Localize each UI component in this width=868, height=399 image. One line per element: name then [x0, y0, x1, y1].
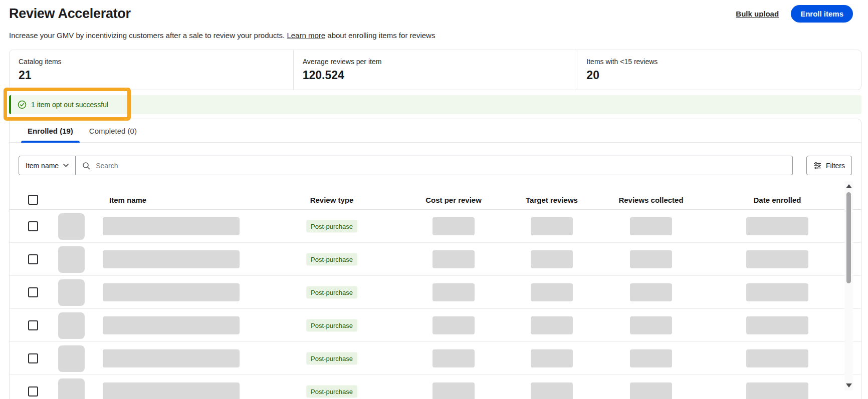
table-row: Post-purchase [10, 276, 861, 309]
tab-enrolled[interactable]: Enrolled (19) [20, 119, 81, 142]
stat-value: 21 [19, 69, 284, 82]
filters-button-label: Filters [826, 162, 845, 170]
date-enrolled-placeholder [746, 250, 808, 268]
page-title: Review Accelerator [9, 6, 131, 22]
date-enrolled-placeholder [746, 217, 808, 235]
row-checkbox[interactable] [28, 254, 38, 264]
header-actions: Bulk upload Enroll items [736, 5, 853, 23]
stat-label: Catalog items [19, 58, 284, 66]
review-type-badge: Post-purchase [306, 385, 357, 397]
review-type-badge: Post-purchase [306, 220, 357, 232]
table-row: Post-purchase [10, 375, 861, 399]
table-row: Post-purchase [10, 243, 861, 276]
page-header: Review Accelerator Bulk upload Enroll it… [9, 5, 853, 23]
stat-catalog-items: Catalog items 21 [10, 50, 293, 90]
subtitle-text: Increase your GMV by incentivizing custo… [9, 31, 287, 40]
reviews-collected-placeholder [630, 250, 672, 268]
stat-label: Average reviews per item [303, 58, 568, 66]
filter-icon [813, 162, 821, 169]
date-enrolled-placeholder [746, 349, 808, 367]
reviews-collected-placeholder [630, 382, 672, 399]
date-enrolled-placeholder [746, 283, 808, 301]
search-box [76, 156, 793, 175]
item-image-placeholder [58, 213, 85, 240]
check-circle-icon [18, 100, 27, 109]
item-name-placeholder [103, 250, 240, 268]
item-name-placeholder [103, 349, 240, 367]
search-column-selector-label: Item name [26, 162, 59, 170]
item-name-placeholder [103, 283, 240, 301]
item-image-placeholder [58, 246, 85, 273]
cost-per-review-placeholder [432, 316, 475, 334]
column-header-target-reviews: Target reviews [526, 195, 578, 204]
table-row: Post-purchase [10, 210, 861, 243]
item-image-placeholder [58, 312, 85, 339]
item-name-placeholder [103, 217, 240, 235]
table-row: Post-purchase [10, 309, 861, 342]
cost-per-review-placeholder [432, 349, 475, 367]
column-header-cost-per-review: Cost per review [425, 195, 482, 204]
target-reviews-placeholder [531, 250, 573, 268]
item-name-placeholder [103, 382, 240, 399]
search-input[interactable] [95, 161, 786, 170]
table-header: Item name Review type Cost per review Ta… [10, 190, 861, 210]
stats-card: Catalog items 21 Average reviews per ite… [9, 50, 861, 90]
review-type-badge: Post-purchase [306, 352, 357, 364]
scrollbar-thumb[interactable] [846, 192, 851, 283]
row-checkbox[interactable] [28, 353, 38, 363]
table-row: Post-purchase [10, 342, 861, 375]
reviews-collected-placeholder [630, 316, 672, 334]
column-header-review-type: Review type [310, 195, 354, 204]
stat-value: 20 [586, 69, 852, 82]
column-header-date-enrolled: Date enrolled [753, 195, 801, 204]
success-toast: 1 item opt out successful [9, 95, 861, 114]
select-all-checkbox[interactable] [28, 195, 38, 205]
target-reviews-placeholder [531, 316, 573, 334]
subtitle-text-suffix: about enrolling items for reviews [325, 31, 435, 40]
item-image-placeholder [58, 345, 85, 372]
row-checkbox[interactable] [28, 320, 38, 330]
row-checkbox[interactable] [28, 386, 38, 396]
review-type-badge: Post-purchase [306, 286, 357, 298]
page-subtitle: Increase your GMV by incentivizing custo… [9, 31, 435, 40]
target-reviews-placeholder [531, 283, 573, 301]
stat-label: Items with <15 reviews [586, 58, 852, 66]
item-image-placeholder [58, 378, 85, 399]
reviews-collected-placeholder [630, 217, 672, 235]
review-type-badge: Post-purchase [306, 319, 357, 331]
table-body: Post-purchase Post-purchase Post-purchas… [10, 210, 861, 399]
bulk-upload-link[interactable]: Bulk upload [736, 10, 779, 18]
cost-per-review-placeholder [432, 283, 475, 301]
stat-items-under-15-reviews: Items with <15 reviews 20 [577, 50, 861, 90]
item-name-placeholder [103, 316, 240, 334]
stat-value: 120.524 [303, 69, 568, 82]
target-reviews-placeholder [531, 217, 573, 235]
stat-average-reviews: Average reviews per item 120.524 [293, 50, 577, 90]
row-checkbox[interactable] [28, 287, 38, 297]
enrollment-panel: Enrolled (19) Completed (0) Item name [9, 119, 861, 399]
row-checkbox[interactable] [28, 221, 38, 231]
scrollbar[interactable] [844, 181, 853, 390]
filters-button[interactable]: Filters [806, 156, 852, 175]
scroll-down-icon[interactable] [846, 383, 852, 387]
cost-per-review-placeholder [432, 250, 475, 268]
cost-per-review-placeholder [432, 382, 475, 399]
chevron-down-icon [63, 164, 69, 167]
search-icon [82, 162, 90, 170]
target-reviews-placeholder [531, 382, 573, 399]
table-toolbar: Item name Filters [19, 156, 852, 175]
reviews-collected-placeholder [630, 283, 672, 301]
date-enrolled-placeholder [746, 382, 808, 399]
tab-completed[interactable]: Completed (0) [81, 119, 145, 142]
search-column-selector[interactable]: Item name [19, 156, 76, 175]
cost-per-review-placeholder [432, 217, 475, 235]
tab-bar: Enrolled (19) Completed (0) [10, 119, 861, 143]
review-type-badge: Post-purchase [306, 253, 357, 265]
learn-more-link[interactable]: Learn more [287, 31, 325, 40]
scroll-up-icon[interactable] [846, 184, 852, 188]
target-reviews-placeholder [531, 349, 573, 367]
reviews-collected-placeholder [630, 349, 672, 367]
column-header-item-name: Item name [109, 195, 146, 204]
enroll-items-button[interactable]: Enroll items [791, 5, 853, 23]
toast-message: 1 item opt out successful [31, 101, 108, 109]
